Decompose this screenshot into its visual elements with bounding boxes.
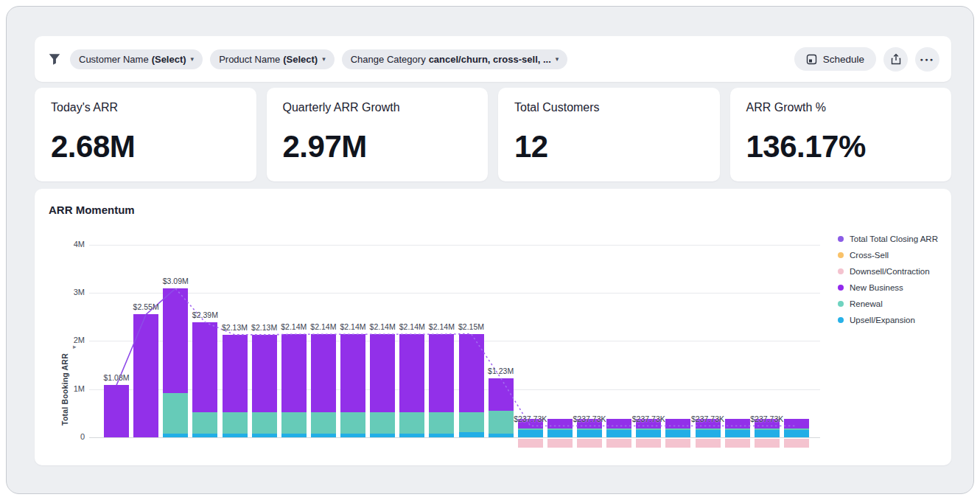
filter-label: Customer Name bbox=[79, 54, 149, 65]
y-tick-label: 1M bbox=[49, 384, 85, 395]
legend-item-label: Renewal bbox=[850, 299, 883, 308]
bar-segment-renewal bbox=[252, 412, 277, 434]
bar-segment-new-business bbox=[104, 385, 129, 437]
bar-segment-new-business bbox=[429, 334, 454, 412]
legend-item-new-business[interactable]: New Business bbox=[838, 283, 938, 292]
kpi-row: Today's ARR 2.68M Quarterly ARR Growth 2… bbox=[35, 88, 951, 181]
y-tick-label: 4M bbox=[49, 240, 85, 250]
filter-change-category[interactable]: Change Category cancel/churn, cross-sell… bbox=[342, 49, 568, 69]
chart-legend: Total Total Closing ARRCross-SellDownsel… bbox=[838, 235, 938, 324]
legend-dot-icon bbox=[838, 268, 844, 274]
bar-segment-upsell bbox=[665, 430, 690, 437]
kpi-label: Today's ARR bbox=[51, 101, 240, 114]
legend-item-label: Total Total Closing ARR bbox=[850, 235, 938, 243]
dashboard-window: Customer Name (Select) ▾ Product Name (S… bbox=[6, 6, 974, 494]
kpi-value: 2.97M bbox=[283, 129, 472, 164]
filter-value: (Select) bbox=[283, 54, 318, 65]
bar-value-label: $237.73K bbox=[743, 414, 791, 423]
bar-value-label: $1.23M bbox=[477, 367, 525, 375]
kpi-card-quarterly-arr-growth: Quarterly ARR Growth 2.97M bbox=[267, 88, 489, 181]
share-button[interactable] bbox=[883, 47, 908, 72]
filter-product-name[interactable]: Product Name (Select) ▾ bbox=[210, 49, 335, 69]
bar-segment-upsell bbox=[340, 434, 365, 437]
filter-value: (Select) bbox=[152, 54, 186, 65]
bar-segment-downsell bbox=[606, 439, 631, 448]
schedule-report-icon bbox=[806, 54, 817, 65]
bar-segment-new-business bbox=[252, 335, 277, 412]
bar-segment-renewal bbox=[429, 412, 454, 434]
legend-dot-icon bbox=[838, 252, 844, 258]
kpi-label: ARR Growth % bbox=[746, 101, 936, 114]
chart-plot-area: Total Booking ARR ▸ Total Total Closing … bbox=[35, 189, 951, 465]
bar-segment-upsell bbox=[163, 434, 188, 437]
bar-segment-renewal bbox=[281, 412, 307, 434]
bar-value-label: $1.08M bbox=[92, 373, 141, 382]
legend-item-renewal[interactable]: Renewal bbox=[838, 299, 938, 308]
bar-segment-new-business bbox=[192, 322, 217, 412]
bar-segment-renewal bbox=[784, 428, 809, 430]
bar-segment-upsell bbox=[281, 434, 307, 437]
kpi-label: Total Customers bbox=[514, 101, 704, 114]
filter-customer-name[interactable]: Customer Name (Select) ▾ bbox=[70, 49, 203, 69]
bar-segment-upsell bbox=[725, 430, 750, 437]
bar-segment-renewal bbox=[696, 428, 721, 430]
legend-item-label: New Business bbox=[850, 283, 903, 292]
more-options-button[interactable]: ●●● bbox=[915, 47, 939, 72]
legend-dot-icon bbox=[838, 317, 844, 323]
bar-segment-upsell bbox=[636, 430, 661, 437]
bar-segment-upsell bbox=[252, 434, 277, 437]
bar-segment-renewal bbox=[547, 428, 573, 430]
bar-segment-downsell bbox=[547, 439, 573, 448]
bar-segment-downsell bbox=[665, 439, 690, 448]
y-tick-label: 0 bbox=[49, 432, 85, 442]
bar-segment-renewal bbox=[606, 428, 631, 430]
schedule-button-label: Schedule bbox=[823, 54, 864, 65]
schedule-button[interactable]: Schedule bbox=[794, 47, 876, 71]
legend-item-downsell-contraction[interactable]: Downsell/Contraction bbox=[838, 267, 938, 276]
bar-segment-upsell bbox=[459, 432, 484, 437]
bar-segment-downsell bbox=[577, 439, 602, 448]
gridline-4M bbox=[89, 245, 820, 246]
kpi-value: 2.68M bbox=[51, 129, 240, 164]
legend-item-upsell-expansion[interactable]: Upsell/Expansion bbox=[838, 316, 938, 324]
kpi-card-total-customers: Total Customers 12 bbox=[498, 88, 720, 181]
bar-value-label: $237.73K bbox=[624, 414, 673, 423]
legend-item-cross-sell[interactable]: Cross-Sell bbox=[838, 251, 938, 260]
bar-segment-upsell bbox=[547, 430, 573, 437]
bar-segment-upsell bbox=[518, 430, 543, 437]
topbar-actions: Schedule ●●● bbox=[794, 47, 939, 72]
legend-item-label: Upsell/Expansion bbox=[850, 316, 915, 324]
bar-value-label: $2.39M bbox=[181, 310, 229, 319]
kpi-value: 12 bbox=[514, 129, 704, 164]
chevron-down-icon: ▾ bbox=[556, 55, 559, 63]
bar-segment-upsell bbox=[755, 430, 780, 437]
bar-segment-new-business bbox=[223, 335, 248, 412]
bar-segment-renewal bbox=[518, 428, 543, 430]
legend-dot-icon bbox=[838, 285, 844, 291]
bar-segment-upsell bbox=[370, 434, 395, 437]
bar-value-label: $2.15M bbox=[447, 322, 496, 331]
bar-value-label: $237.73K bbox=[565, 414, 614, 423]
bar-segment-upsell bbox=[223, 434, 248, 437]
bar-segment-upsell bbox=[577, 430, 602, 437]
bar-segment-renewal bbox=[192, 412, 217, 434]
kpi-card-arr-growth-pct: ARR Growth % 136.17% bbox=[730, 88, 952, 181]
gridline-0 bbox=[89, 437, 820, 438]
bar-segment-upsell bbox=[784, 430, 809, 437]
arr-momentum-chart-card: ARR Momentum Total Booking ARR ▸ Total T… bbox=[35, 189, 951, 465]
bar-segment-renewal bbox=[370, 412, 395, 434]
bar-segment-renewal bbox=[665, 428, 690, 430]
filter-value: cancel/churn, cross-sell, ... bbox=[429, 54, 551, 65]
bar-segment-renewal bbox=[725, 428, 750, 430]
chevron-down-icon: ▾ bbox=[191, 55, 195, 63]
kpi-value: 136.17% bbox=[746, 129, 936, 164]
filter-label: Product Name bbox=[219, 54, 280, 65]
bar-segment-renewal bbox=[340, 412, 365, 434]
bar-segment-new-business bbox=[311, 334, 336, 412]
bar-segment-renewal bbox=[223, 412, 248, 434]
bar-segment-downsell bbox=[784, 439, 809, 448]
legend-item-total-total-closing-arr[interactable]: Total Total Closing ARR bbox=[838, 235, 938, 243]
bar-segment-downsell bbox=[755, 439, 780, 448]
legend-item-label: Downsell/Contraction bbox=[850, 267, 930, 276]
bar-segment-renewal bbox=[459, 412, 484, 432]
